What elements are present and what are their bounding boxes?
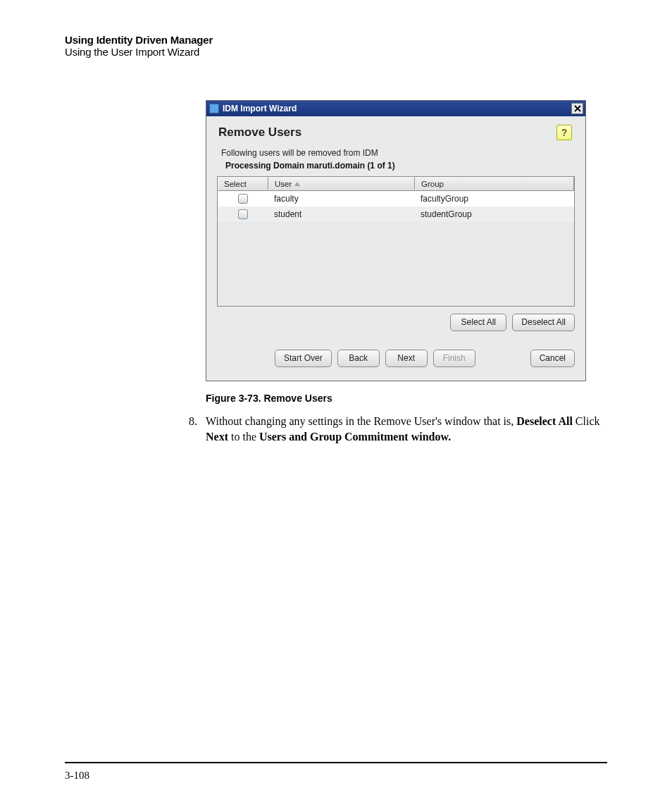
deselect-all-button[interactable]: Deselect All — [512, 314, 575, 331]
section-title: Using Identity Driven Manager — [65, 34, 607, 46]
col-user[interactable]: User — [268, 177, 415, 191]
dialog-heading: Remove Users — [218, 125, 301, 140]
users-table: Select User Group faculty facultyGroup — [217, 176, 575, 307]
table-row: faculty facultyGroup — [218, 191, 574, 207]
help-icon: ? — [561, 127, 568, 138]
select-all-button[interactable]: Select All — [450, 314, 506, 331]
figure-caption: Figure 3-73. Remove Users — [206, 393, 607, 404]
window-icon — [209, 104, 219, 113]
cell-group: studentGroup — [415, 209, 574, 219]
cancel-button[interactable]: Cancel — [530, 350, 575, 367]
help-button[interactable]: ? — [556, 125, 572, 140]
table-row: student studentGroup — [218, 207, 574, 222]
step-item: 8. Without changing any settings in the … — [189, 414, 607, 444]
col-select[interactable]: Select — [218, 177, 268, 191]
finish-button: Finish — [433, 350, 475, 367]
start-over-button[interactable]: Start Over — [275, 350, 332, 367]
back-button[interactable]: Back — [337, 350, 380, 367]
section-subtitle: Using the User Import Wizard — [65, 46, 607, 58]
footer-rule — [65, 762, 607, 763]
step-text: Without changing any settings in the Rem… — [206, 414, 600, 444]
step-number: 8. — [189, 414, 206, 444]
titlebar: IDM Import Wizard — [206, 101, 585, 116]
close-button[interactable] — [571, 103, 583, 114]
processing-label: Processing Domain maruti.domain (1 of 1) — [225, 161, 575, 171]
sort-asc-icon — [294, 182, 300, 186]
row-checkbox[interactable] — [238, 194, 248, 204]
col-group[interactable]: Group — [415, 177, 574, 191]
import-wizard-dialog: IDM Import Wizard Remove Users ? Followi… — [206, 100, 586, 381]
window-title: IDM Import Wizard — [223, 104, 571, 113]
cell-user: student — [268, 209, 415, 219]
cell-group: facultyGroup — [415, 194, 574, 204]
page-number: 3-108 — [65, 770, 89, 782]
table-header: Select User Group — [218, 177, 574, 191]
cell-user: faculty — [268, 194, 415, 204]
close-icon — [574, 105, 581, 112]
dialog-description: Following users will be removed from IDM — [221, 148, 575, 158]
row-checkbox[interactable] — [238, 209, 248, 219]
col-user-label: User — [275, 180, 292, 188]
next-button[interactable]: Next — [385, 350, 428, 367]
